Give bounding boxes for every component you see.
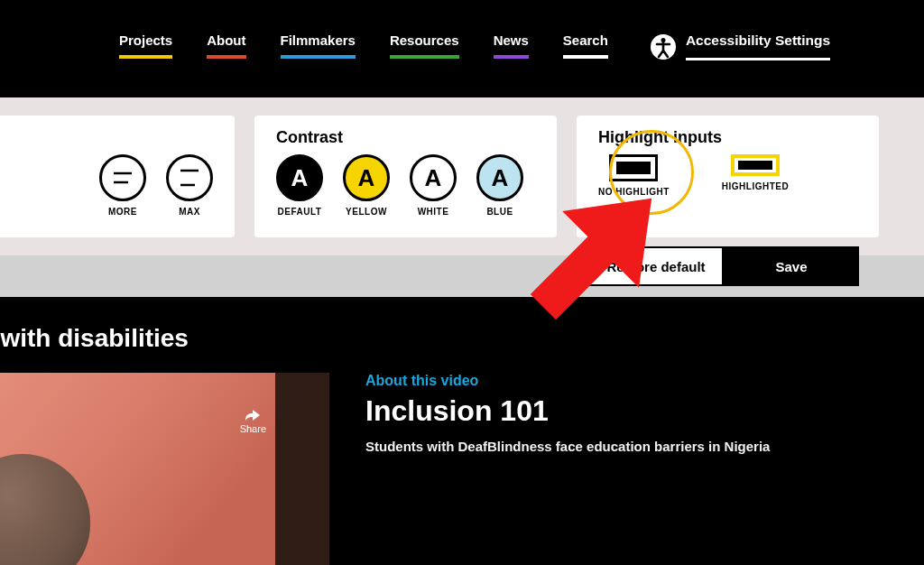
accessibility-label: Accessibility Settings xyxy=(686,32,830,60)
nav-label: Search xyxy=(563,32,608,48)
spacing-card: ng MORE MAX xyxy=(0,116,235,237)
nav-underline xyxy=(119,55,172,59)
video-still-image xyxy=(0,454,90,565)
nav-underline xyxy=(390,55,459,59)
spacing-option-more[interactable]: MORE xyxy=(99,154,146,217)
page-title: ns with disabilities xyxy=(0,324,924,353)
card-title: Highlight inputs xyxy=(598,128,857,147)
share-icon xyxy=(245,409,261,421)
no-highlight-icon xyxy=(609,154,658,181)
spacing-option-max[interactable]: MAX xyxy=(166,154,213,217)
contrast-option-yellow[interactable]: A YELLOW xyxy=(343,154,390,217)
nav-label: News xyxy=(494,32,529,48)
highlight-card: Highlight inputs NO HIGHLIGHT HIGHLIGHTE… xyxy=(577,116,879,237)
contrast-option-default[interactable]: A DEFAULT xyxy=(276,154,323,217)
accessibility-icon xyxy=(650,33,677,60)
main-content: ns with disabilities Share About this vi… xyxy=(0,297,924,565)
share-label: Share xyxy=(240,423,266,434)
card-title: Contrast xyxy=(276,128,535,147)
contrast-card: Contrast A DEFAULT A YELLOW A WHITE A BL… xyxy=(254,116,557,237)
accessibility-panel: ng MORE MAX Contrast A DEFAULT xyxy=(0,97,924,255)
action-buttons: Restore default Save xyxy=(588,246,859,286)
option-label: DEFAULT xyxy=(278,207,322,217)
video-title: Inclusion 101 xyxy=(365,394,770,428)
video-overlay xyxy=(275,373,329,565)
nav-label: Resources xyxy=(390,32,459,48)
nav-underline xyxy=(281,55,356,59)
option-label: HIGHLIGHTED xyxy=(722,181,789,191)
nav-projects[interactable]: Projects xyxy=(119,32,172,59)
spacing-icon xyxy=(166,154,213,201)
option-label: WHITE xyxy=(418,207,449,217)
highlight-option-none[interactable]: NO HIGHLIGHT xyxy=(598,154,670,197)
option-label: NO HIGHLIGHT xyxy=(598,187,670,197)
contrast-swatch-icon: A xyxy=(410,154,457,201)
contrast-swatch-icon: A xyxy=(276,154,323,201)
contrast-swatch-icon: A xyxy=(343,154,390,201)
header-nav: Projects About Filmmakers Resources News… xyxy=(0,0,924,97)
video-meta: About this video Inclusion 101 Students … xyxy=(365,373,770,565)
nav-label: About xyxy=(207,32,245,48)
nav-underline xyxy=(563,55,608,59)
option-label: MAX xyxy=(179,207,200,217)
nav-search[interactable]: Search xyxy=(563,32,608,59)
contrast-option-blue[interactable]: A BLUE xyxy=(476,154,523,217)
contrast-swatch-icon: A xyxy=(476,154,523,201)
share-button[interactable]: Share xyxy=(240,409,266,434)
video-description: Students with DeafBlindness face educati… xyxy=(365,439,770,454)
restore-default-button[interactable]: Restore default xyxy=(588,246,724,286)
nav-about[interactable]: About xyxy=(207,32,245,59)
nav-underline xyxy=(494,55,529,59)
highlighted-icon xyxy=(731,154,780,176)
nav-label: Projects xyxy=(119,32,172,48)
nav-underline xyxy=(207,55,245,59)
option-label: YELLOW xyxy=(346,207,387,217)
nav-label: Filmmakers xyxy=(281,32,356,48)
nav-filmmakers[interactable]: Filmmakers xyxy=(281,32,356,59)
contrast-option-white[interactable]: A WHITE xyxy=(410,154,457,217)
nav-resources[interactable]: Resources xyxy=(390,32,459,59)
nav-news[interactable]: News xyxy=(494,32,529,59)
spacing-icon xyxy=(99,154,146,201)
option-label: MORE xyxy=(108,207,137,217)
option-label: BLUE xyxy=(486,207,513,217)
highlight-option-highlighted[interactable]: HIGHLIGHTED xyxy=(722,154,789,191)
video-thumbnail[interactable]: Share xyxy=(0,373,329,565)
accessibility-settings-toggle[interactable]: Accessibility Settings xyxy=(650,32,830,60)
save-button[interactable]: Save xyxy=(724,246,859,286)
about-video-label: About this video xyxy=(365,373,770,389)
